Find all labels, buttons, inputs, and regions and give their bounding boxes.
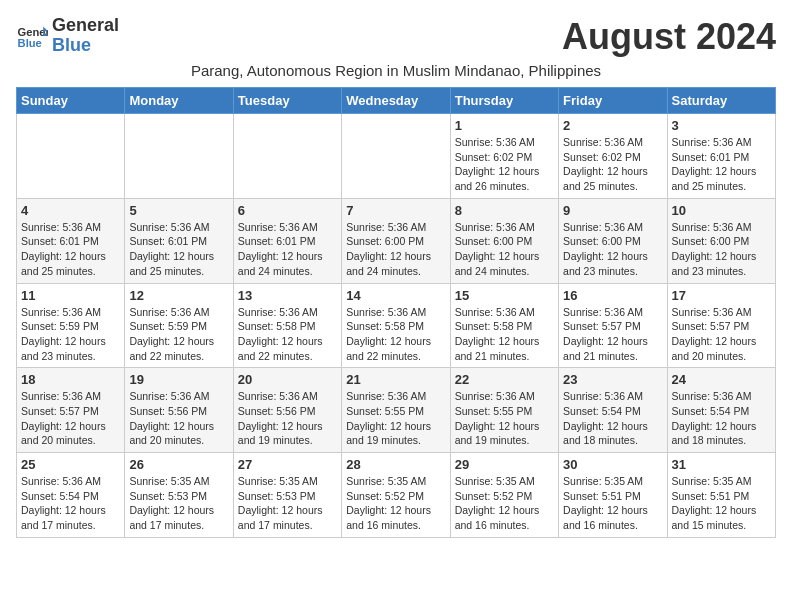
day-info: Sunrise: 5:36 AMSunset: 5:54 PMDaylight:… [563, 389, 662, 448]
day-number: 17 [672, 288, 771, 303]
day-number: 30 [563, 457, 662, 472]
day-number: 23 [563, 372, 662, 387]
day-number: 21 [346, 372, 445, 387]
table-row: 8Sunrise: 5:36 AMSunset: 6:00 PMDaylight… [450, 198, 558, 283]
day-info: Sunrise: 5:36 AMSunset: 5:55 PMDaylight:… [346, 389, 445, 448]
table-row: 3Sunrise: 5:36 AMSunset: 6:01 PMDaylight… [667, 114, 775, 199]
day-number: 22 [455, 372, 554, 387]
day-number: 18 [21, 372, 120, 387]
day-number: 28 [346, 457, 445, 472]
header-friday: Friday [559, 88, 667, 114]
day-info: Sunrise: 5:35 AMSunset: 5:51 PMDaylight:… [672, 474, 771, 533]
day-info: Sunrise: 5:36 AMSunset: 5:55 PMDaylight:… [455, 389, 554, 448]
table-row: 1Sunrise: 5:36 AMSunset: 6:02 PMDaylight… [450, 114, 558, 199]
table-row: 29Sunrise: 5:35 AMSunset: 5:52 PMDayligh… [450, 453, 558, 538]
logo: General Blue General Blue [16, 16, 119, 56]
day-number: 24 [672, 372, 771, 387]
table-row: 13Sunrise: 5:36 AMSunset: 5:58 PMDayligh… [233, 283, 341, 368]
day-info: Sunrise: 5:36 AMSunset: 5:54 PMDaylight:… [21, 474, 120, 533]
day-info: Sunrise: 5:36 AMSunset: 6:01 PMDaylight:… [238, 220, 337, 279]
table-row: 6Sunrise: 5:36 AMSunset: 6:01 PMDaylight… [233, 198, 341, 283]
table-row: 28Sunrise: 5:35 AMSunset: 5:52 PMDayligh… [342, 453, 450, 538]
day-number: 16 [563, 288, 662, 303]
day-number: 11 [21, 288, 120, 303]
day-number: 2 [563, 118, 662, 133]
table-row [17, 114, 125, 199]
table-row: 16Sunrise: 5:36 AMSunset: 5:57 PMDayligh… [559, 283, 667, 368]
day-info: Sunrise: 5:36 AMSunset: 6:00 PMDaylight:… [563, 220, 662, 279]
day-info: Sunrise: 5:35 AMSunset: 5:51 PMDaylight:… [563, 474, 662, 533]
day-info: Sunrise: 5:36 AMSunset: 6:00 PMDaylight:… [672, 220, 771, 279]
day-info: Sunrise: 5:36 AMSunset: 5:54 PMDaylight:… [672, 389, 771, 448]
day-info: Sunrise: 5:35 AMSunset: 5:52 PMDaylight:… [455, 474, 554, 533]
day-number: 1 [455, 118, 554, 133]
table-row: 12Sunrise: 5:36 AMSunset: 5:59 PMDayligh… [125, 283, 233, 368]
day-number: 20 [238, 372, 337, 387]
day-number: 27 [238, 457, 337, 472]
table-row: 7Sunrise: 5:36 AMSunset: 6:00 PMDaylight… [342, 198, 450, 283]
day-info: Sunrise: 5:36 AMSunset: 5:57 PMDaylight:… [21, 389, 120, 448]
day-info: Sunrise: 5:36 AMSunset: 6:00 PMDaylight:… [346, 220, 445, 279]
day-number: 29 [455, 457, 554, 472]
week-row-5: 25Sunrise: 5:36 AMSunset: 5:54 PMDayligh… [17, 453, 776, 538]
table-row: 22Sunrise: 5:36 AMSunset: 5:55 PMDayligh… [450, 368, 558, 453]
day-number: 10 [672, 203, 771, 218]
day-info: Sunrise: 5:36 AMSunset: 5:57 PMDaylight:… [672, 305, 771, 364]
header-saturday: Saturday [667, 88, 775, 114]
day-info: Sunrise: 5:36 AMSunset: 6:02 PMDaylight:… [563, 135, 662, 194]
day-number: 13 [238, 288, 337, 303]
day-info: Sunrise: 5:36 AMSunset: 5:59 PMDaylight:… [129, 305, 228, 364]
table-row: 11Sunrise: 5:36 AMSunset: 5:59 PMDayligh… [17, 283, 125, 368]
table-row: 19Sunrise: 5:36 AMSunset: 5:56 PMDayligh… [125, 368, 233, 453]
logo-general-text: General [52, 15, 119, 35]
table-row: 4Sunrise: 5:36 AMSunset: 6:01 PMDaylight… [17, 198, 125, 283]
table-row [233, 114, 341, 199]
table-row: 18Sunrise: 5:36 AMSunset: 5:57 PMDayligh… [17, 368, 125, 453]
table-row: 2Sunrise: 5:36 AMSunset: 6:02 PMDaylight… [559, 114, 667, 199]
day-number: 25 [21, 457, 120, 472]
calendar-header-row: Sunday Monday Tuesday Wednesday Thursday… [17, 88, 776, 114]
day-number: 4 [21, 203, 120, 218]
day-info: Sunrise: 5:36 AMSunset: 5:57 PMDaylight:… [563, 305, 662, 364]
table-row: 25Sunrise: 5:36 AMSunset: 5:54 PMDayligh… [17, 453, 125, 538]
table-row: 20Sunrise: 5:36 AMSunset: 5:56 PMDayligh… [233, 368, 341, 453]
month-year-title: August 2024 [562, 16, 776, 58]
day-info: Sunrise: 5:36 AMSunset: 6:01 PMDaylight:… [21, 220, 120, 279]
table-row: 26Sunrise: 5:35 AMSunset: 5:53 PMDayligh… [125, 453, 233, 538]
day-number: 5 [129, 203, 228, 218]
week-row-1: 1Sunrise: 5:36 AMSunset: 6:02 PMDaylight… [17, 114, 776, 199]
table-row: 5Sunrise: 5:36 AMSunset: 6:01 PMDaylight… [125, 198, 233, 283]
day-info: Sunrise: 5:36 AMSunset: 6:00 PMDaylight:… [455, 220, 554, 279]
day-info: Sunrise: 5:36 AMSunset: 5:58 PMDaylight:… [346, 305, 445, 364]
day-number: 19 [129, 372, 228, 387]
table-row: 31Sunrise: 5:35 AMSunset: 5:51 PMDayligh… [667, 453, 775, 538]
day-info: Sunrise: 5:36 AMSunset: 5:56 PMDaylight:… [238, 389, 337, 448]
page-header: General Blue General Blue August 2024 [16, 16, 776, 58]
day-info: Sunrise: 5:36 AMSunset: 5:58 PMDaylight:… [238, 305, 337, 364]
day-info: Sunrise: 5:36 AMSunset: 5:59 PMDaylight:… [21, 305, 120, 364]
header-thursday: Thursday [450, 88, 558, 114]
table-row: 23Sunrise: 5:36 AMSunset: 5:54 PMDayligh… [559, 368, 667, 453]
table-row: 10Sunrise: 5:36 AMSunset: 6:00 PMDayligh… [667, 198, 775, 283]
logo-icon: General Blue [16, 20, 48, 52]
day-info: Sunrise: 5:35 AMSunset: 5:53 PMDaylight:… [129, 474, 228, 533]
week-row-4: 18Sunrise: 5:36 AMSunset: 5:57 PMDayligh… [17, 368, 776, 453]
day-number: 3 [672, 118, 771, 133]
calendar-table: Sunday Monday Tuesday Wednesday Thursday… [16, 87, 776, 538]
day-info: Sunrise: 5:36 AMSunset: 5:58 PMDaylight:… [455, 305, 554, 364]
day-info: Sunrise: 5:36 AMSunset: 6:01 PMDaylight:… [672, 135, 771, 194]
header-wednesday: Wednesday [342, 88, 450, 114]
logo-blue-text: Blue [52, 35, 91, 55]
day-info: Sunrise: 5:35 AMSunset: 5:52 PMDaylight:… [346, 474, 445, 533]
table-row [125, 114, 233, 199]
day-number: 14 [346, 288, 445, 303]
table-row: 27Sunrise: 5:35 AMSunset: 5:53 PMDayligh… [233, 453, 341, 538]
table-row [342, 114, 450, 199]
day-info: Sunrise: 5:36 AMSunset: 5:56 PMDaylight:… [129, 389, 228, 448]
day-number: 26 [129, 457, 228, 472]
table-row: 15Sunrise: 5:36 AMSunset: 5:58 PMDayligh… [450, 283, 558, 368]
day-number: 15 [455, 288, 554, 303]
table-row: 21Sunrise: 5:36 AMSunset: 5:55 PMDayligh… [342, 368, 450, 453]
day-info: Sunrise: 5:36 AMSunset: 6:02 PMDaylight:… [455, 135, 554, 194]
header-sunday: Sunday [17, 88, 125, 114]
